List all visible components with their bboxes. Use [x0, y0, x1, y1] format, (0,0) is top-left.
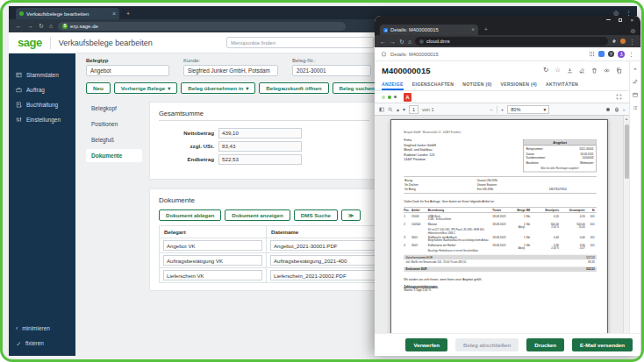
sum-label: Endbetrag [159, 156, 218, 162]
refresh-icon[interactable]: ↻ [543, 67, 548, 74]
menu-search-input[interactable] [226, 37, 374, 48]
minimize-label: minimieren [22, 325, 50, 331]
star-icon[interactable]: ☆ [555, 67, 561, 74]
belegnr-input[interactable]: 2021-30001 [292, 65, 371, 76]
window-maximize-icon[interactable] [619, 18, 622, 22]
tab-aktivitaeten[interactable]: AKTIVITÄTEN [546, 79, 578, 90]
rail-tasks-icon[interactable] [633, 105, 638, 110]
tab-notizen[interactable]: NOTIZEN (0) [462, 79, 491, 90]
sidebar-pin-button[interactable]: fixieren [9, 336, 75, 351]
browser-tab[interactable]: d Details: M400000015 × [380, 25, 478, 35]
edit-icon[interactable] [579, 67, 585, 74]
dvelop-favicon-icon: d [383, 28, 388, 32]
subnav-positionen[interactable]: Positionen [86, 117, 142, 131]
home-icon[interactable]: ⌂ [408, 39, 411, 45]
belegart-cell[interactable]: Angebot VK [163, 240, 262, 251]
home-icon[interactable]: ⌂ [49, 23, 53, 29]
sidebar-toggle-icon[interactable] [379, 107, 384, 112]
print-icon[interactable] [614, 107, 619, 112]
sidebar-item-auftrag[interactable]: Auftrag [9, 82, 75, 97]
annotate-icon[interactable] [605, 107, 611, 112]
browser-menu-icon[interactable]: ⋮ [629, 39, 635, 45]
neu-button[interactable]: Neu [86, 82, 111, 94]
col-belegart: Belegart [160, 226, 267, 238]
tab-close-icon[interactable]: × [112, 11, 116, 17]
page-input[interactable]: 1 [409, 105, 419, 114]
new-tab-button[interactable]: + [484, 27, 488, 33]
extension-icon[interactable] [612, 39, 617, 44]
more-tools-icon[interactable]: › [623, 107, 625, 112]
overflow-menu-icon[interactable]: ⋮ [628, 51, 634, 58]
help-icon[interactable]: ? [608, 51, 614, 57]
pdf-scrollbar[interactable]: ▲ [623, 116, 629, 333]
profile-avatar-icon[interactable] [620, 39, 626, 44]
tab-anzeige[interactable]: ANZEIGE [382, 79, 404, 90]
chevron-down-icon: ▾ [246, 85, 248, 91]
forward-icon[interactable]: → [27, 23, 33, 29]
apps-grid-icon[interactable] [589, 51, 595, 57]
email-versenden-button[interactable]: E-Mail versenden [572, 338, 633, 351]
page-down-icon[interactable]: ▾ [403, 107, 405, 112]
ust-input[interactable]: 83,43 [218, 141, 302, 152]
documents-more-button[interactable]: ≫ [341, 209, 361, 221]
belegtyp-input[interactable]: Angebot [86, 65, 169, 76]
sidebar-minimize-button[interactable]: ‹ minimieren [9, 321, 75, 336]
dokument-ablegen-button[interactable]: Dokument ablegen [159, 209, 221, 221]
subnav-dokumente[interactable]: Dokumente [86, 149, 142, 162]
tab-close-icon[interactable]: × [471, 27, 475, 33]
rail-expand-icon[interactable]: « [633, 66, 636, 71]
endbetrag-input[interactable]: 522,53 [218, 154, 302, 165]
zoom-select[interactable]: 80%▾ [507, 105, 549, 114]
drucken-button[interactable]: Drucken [526, 338, 564, 351]
address-bar[interactable]: cloud.dms [415, 37, 608, 46]
zoom-in-icon[interactable]: + [501, 107, 504, 112]
cast-icon[interactable]: ◎ [631, 28, 635, 33]
fullscreen-icon[interactable] [616, 94, 622, 100]
field-label: Beleg-Nr.: [292, 58, 371, 63]
reload-icon[interactable]: ↻ [399, 39, 404, 45]
breadcrumb: Details: M400000015 [390, 52, 439, 57]
pdf-page[interactable]: Beispiel GmbH · Musterstraße 12 · 60487 … [390, 119, 608, 333]
vorherige-belege-button[interactable]: Vorherige Belege▾ [114, 82, 178, 94]
download-icon[interactable] [567, 67, 573, 74]
new-tab-button[interactable]: + [126, 11, 130, 17]
tab-eigenschaften[interactable]: EIGENSCHAFTEN [412, 79, 454, 90]
back-icon[interactable]: ← [16, 23, 22, 29]
dms-suche-button[interactable]: DMS Suche [294, 209, 338, 221]
address-bar[interactable]: S erp.sage.de [58, 22, 346, 31]
verwerfen-button[interactable]: Verwerfen [405, 338, 447, 351]
app-tile-icon[interactable] [598, 51, 605, 57]
search-icon[interactable] [388, 107, 393, 112]
belegart-cell[interactable]: Lieferschein VK [163, 270, 262, 280]
beleg-abschliessen-button[interactable]: Beleg abschließen [455, 338, 519, 351]
copy-icon[interactable] [616, 67, 622, 74]
sidebar-item-stammdaten[interactable]: Stammdaten [9, 67, 75, 82]
nettobetrag-input[interactable]: 439,10 [218, 128, 302, 138]
scrollbar-thumb[interactable] [625, 124, 629, 179]
back-icon[interactable]: ← [380, 39, 386, 45]
summary-row: Endbetrag 522,53 [159, 153, 369, 166]
home-icon[interactable] [381, 51, 387, 57]
user-avatar-icon[interactable] [618, 51, 625, 58]
sidebar-item-einstellungen[interactable]: Einstellungen [9, 112, 75, 127]
subnav-belegkopf[interactable]: Belegkopf [86, 102, 142, 115]
rail-calendar-icon[interactable] [633, 92, 638, 97]
belegart-cell[interactable]: Auftragsbestätigung VK [163, 255, 262, 266]
kunde-input[interactable]: Siegfried Junker GmbH, Potsdam [183, 65, 278, 76]
browser-tab[interactable]: Verkaufsbelege bearbeiten × [16, 8, 119, 19]
zoom-out-icon[interactable]: − [490, 107, 493, 112]
window-minimize-icon[interactable] [606, 19, 611, 20]
delete-icon[interactable] [591, 67, 597, 74]
window-close-icon[interactable]: × [630, 18, 633, 23]
belegauskunft-button[interactable]: Belegauskunft öffnen [259, 82, 328, 94]
page-up-icon[interactable]: ▴ [397, 107, 399, 112]
subnav-belegfuss[interactable]: Belegfuß [86, 133, 142, 146]
reload-icon[interactable]: ↻ [39, 23, 44, 29]
tab-versionen[interactable]: VERSIONEN (4) [501, 79, 538, 90]
beleg-uebernehmen-button[interactable]: Beleg übernehmen in▾ [181, 82, 255, 94]
dokument-anzeigen-button[interactable]: Dokument anzeigen [225, 209, 290, 221]
sidebar-item-buchhaltung[interactable]: Buchhaltung [9, 97, 75, 112]
rail-pin-icon[interactable] [633, 79, 638, 84]
preview-eye-icon[interactable] [604, 67, 610, 74]
forward-icon[interactable]: → [390, 39, 396, 45]
